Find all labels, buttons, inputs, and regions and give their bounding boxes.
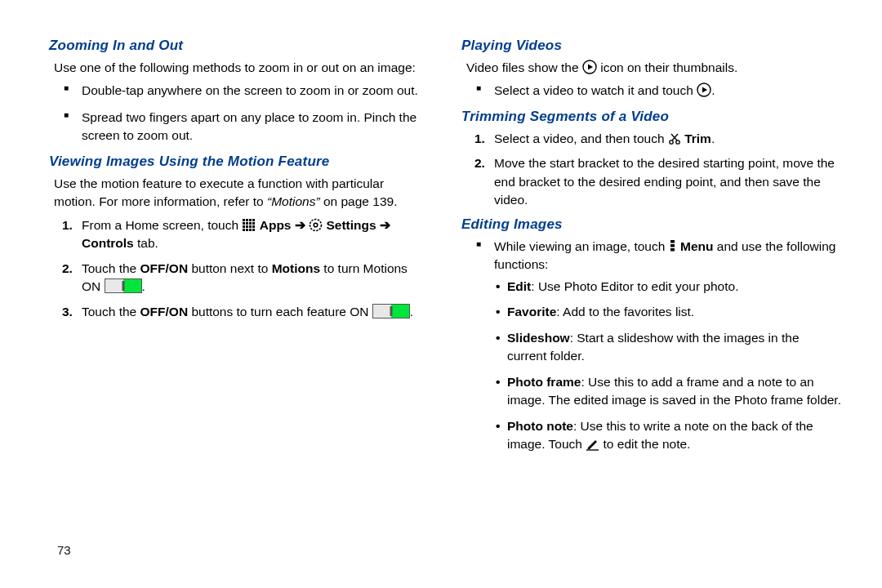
func-photo-note: Photo note: Use this to write a note on …: [494, 417, 841, 454]
heading-trimming: Trimming Segments of a Video: [461, 109, 841, 125]
func-favorite: Favorite: Add to the favorites list.: [494, 303, 841, 321]
svg-rect-10: [249, 225, 252, 228]
svg-rect-8: [243, 225, 245, 228]
motions-label: Motions: [272, 261, 320, 275]
svg-rect-0: [243, 219, 245, 221]
svg-point-16: [310, 219, 322, 230]
zoom-method-2: Spread two fingers apart on any place to…: [54, 109, 429, 145]
pencil-icon: [586, 437, 599, 451]
off-on-label: OFF/ON: [140, 261, 189, 275]
zoom-method-1: Double-tap anywhere on the screen to zoo…: [54, 82, 429, 100]
photonote-label: Photo note: [507, 419, 573, 433]
settings-gear-icon: [309, 218, 323, 232]
trim1-b: .: [711, 131, 715, 145]
svg-rect-27: [670, 244, 675, 247]
svg-rect-15: [252, 229, 255, 231]
photoframe-label: Photo frame: [507, 375, 581, 389]
left-column: Zooming In and Out Use one of the follow…: [49, 33, 429, 462]
step1-text-a: From a Home screen, touch: [82, 218, 242, 232]
svg-rect-12: [243, 229, 245, 231]
step-number: 2.: [474, 154, 485, 172]
heading-motion: Viewing Images Using the Motion Feature: [49, 154, 429, 170]
step2-f: .: [142, 279, 145, 293]
right-column: Playing Videos Video files show the icon…: [461, 33, 841, 462]
step-number: 1.: [474, 130, 485, 148]
video-intro: Video files show the icon on their thumb…: [466, 59, 841, 77]
step3-a: Touch the: [82, 305, 140, 318]
watch-b: .: [711, 83, 715, 97]
menu-label: Menu: [680, 239, 713, 253]
play-icon-2: [697, 82, 711, 97]
controls-label: Controls: [82, 236, 134, 250]
motion-step-3: 3. Touch the OFF/ON buttons to turn each…: [54, 303, 429, 321]
zoom-intro: Use one of the following methods to zoom…: [54, 59, 429, 77]
svg-rect-28: [670, 248, 675, 252]
trim-step-2: 2. Move the start bracket to the desired…: [466, 154, 841, 209]
step2-a: Touch the: [82, 261, 140, 275]
svg-point-22: [670, 140, 673, 144]
menu-icon: [669, 239, 677, 253]
slideshow-label: Slideshow: [507, 331, 570, 345]
favorite-desc: : Add to the favorites list.: [556, 305, 694, 318]
motion-step-2: 2. Touch the OFF/ON button next to Motio…: [54, 260, 429, 296]
heading-editing-images: Editing Images: [461, 216, 841, 233]
watch-a: Select a video to watch it and touch: [494, 83, 697, 97]
svg-rect-7: [252, 222, 255, 225]
svg-rect-6: [249, 222, 252, 225]
trim2-text: Move the start bracket to the desired st…: [494, 156, 835, 207]
svg-point-23: [676, 140, 679, 144]
apps-grid-icon: [242, 218, 256, 232]
motion-intro: Use the motion feature to execute a func…: [54, 175, 429, 212]
svg-line-24: [672, 134, 678, 140]
favorite-label: Favorite: [507, 305, 556, 318]
arrow-icon-2: ➔: [376, 218, 390, 232]
svg-line-25: [671, 134, 677, 140]
video-intro-b: icon on their thumbnails.: [597, 60, 737, 74]
play-icon: [582, 60, 597, 74]
step-number: 3.: [62, 303, 73, 321]
scissors-icon: [668, 132, 681, 145]
svg-rect-1: [246, 219, 248, 221]
svg-rect-4: [243, 222, 245, 225]
tab-label: tab.: [134, 236, 158, 250]
page-number: 73: [57, 543, 71, 557]
motion-step-1: 1. From a Home screen, touch Apps ➔ Sett…: [54, 216, 429, 253]
svg-rect-2: [249, 219, 252, 221]
heading-zooming: Zooming In and Out: [49, 38, 429, 54]
edit-label: Edit: [507, 279, 531, 293]
svg-rect-14: [249, 229, 252, 231]
svg-marker-30: [588, 440, 598, 449]
func-slideshow: Slideshow: Start a slideshow with the im…: [494, 329, 841, 366]
svg-rect-5: [246, 222, 248, 225]
step-number: 1.: [62, 216, 73, 234]
motion-intro-c: on page 139.: [320, 194, 398, 208]
photonote-desc-b: to edit the note.: [599, 437, 690, 451]
svg-point-17: [314, 223, 318, 227]
trim-label: Trim: [684, 131, 711, 145]
func-photo-frame: Photo frame: Use this to add a frame and…: [494, 373, 841, 410]
settings-label: Settings: [326, 218, 376, 232]
step2-c: button next to: [188, 261, 272, 275]
trim1-a: Select a video, and then touch: [494, 131, 668, 145]
apps-label: Apps: [260, 218, 292, 232]
func-edit: Edit: Use Photo Editor to edit your phot…: [494, 278, 841, 296]
step3-c: buttons to turn each feature ON: [188, 305, 372, 318]
svg-rect-9: [246, 225, 248, 228]
editing-menu-intro: While viewing an image, touch Menu and u…: [466, 238, 841, 454]
trim-step-1: 1. Select a video, and then touch Trim.: [466, 130, 841, 148]
manual-page: Zooming In and Out Use one of the follow…: [0, 0, 882, 479]
svg-rect-11: [252, 225, 255, 228]
off-on-label-2: OFF/ON: [140, 305, 189, 318]
toggle-on-icon: [105, 278, 142, 293]
arrow-icon: ➔: [291, 218, 309, 232]
svg-rect-13: [246, 229, 248, 231]
svg-marker-19: [588, 65, 593, 70]
toggle-on-icon-2: [372, 304, 410, 318]
svg-rect-26: [670, 240, 675, 243]
step-number: 2.: [62, 260, 73, 278]
video-intro-a: Video files show the: [466, 60, 582, 74]
watch-video-step: Select a video to watch it and touch .: [466, 82, 841, 100]
step3-d: .: [410, 305, 413, 318]
heading-playing-videos: Playing Videos: [461, 38, 841, 54]
edit-intro-a: While viewing an image, touch: [494, 239, 669, 253]
